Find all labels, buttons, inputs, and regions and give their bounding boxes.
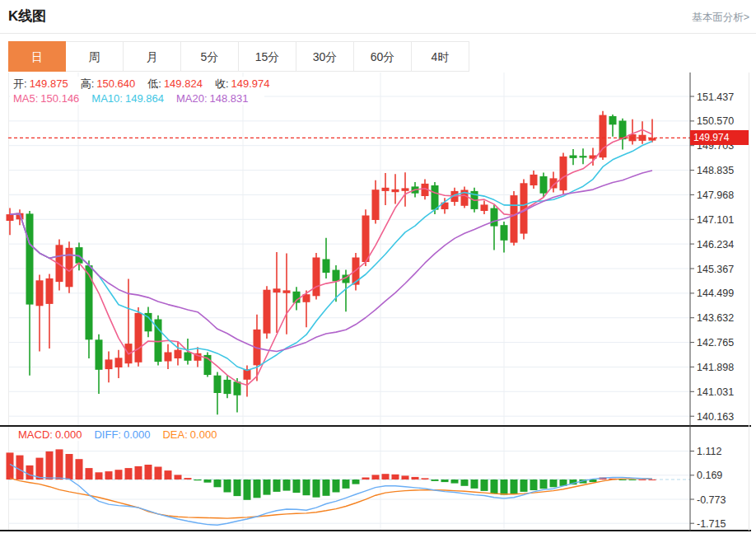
macd-hist-bar (76, 459, 83, 480)
axis-label: 147.101 (697, 214, 734, 226)
macd-hist-bar (214, 480, 222, 487)
macd-hist-bar (550, 480, 558, 487)
candle-body (224, 380, 231, 394)
macd-hist-bar (184, 478, 192, 480)
macd-hist-bar (530, 480, 538, 490)
info-value: 0.000 (55, 428, 82, 441)
candle-body (402, 188, 409, 190)
candle-body (392, 189, 399, 192)
axis-label: 146.234 (697, 239, 734, 250)
info-value: 150.146 (40, 92, 79, 105)
axis-label: 151.437 (697, 91, 734, 103)
page-title: K线图 (8, 7, 46, 26)
macd-hist-bar (56, 449, 63, 480)
tab-0[interactable]: 日 (8, 41, 66, 72)
macd-hist-bar (333, 480, 340, 493)
axis-label: 1.112 (697, 446, 721, 457)
macd-hist-bar (313, 480, 320, 498)
macd-hist-bar (491, 480, 498, 494)
info-field: 开:149.875 (13, 77, 68, 90)
tab-5[interactable]: 30分 (296, 41, 354, 72)
tab-3[interactable]: 5分 (181, 41, 239, 72)
candle-body (580, 156, 587, 157)
candle-body (46, 278, 54, 304)
info-value: 149.974 (231, 77, 270, 90)
tab-1[interactable]: 周 (66, 41, 124, 72)
axis-label: -0.773 (697, 494, 726, 506)
candle-body (105, 359, 113, 369)
info-value: 0.000 (124, 428, 151, 441)
fundamental-analysis-link[interactable]: 基本面分析> (692, 11, 749, 25)
candle-body (135, 313, 142, 363)
macd-hist-bar (96, 472, 103, 480)
chart-canvas[interactable]: 151.437150.570149.703148.835147.968147.1… (0, 73, 756, 531)
macd-hist-bar (511, 480, 518, 494)
tab-2[interactable]: 月 (124, 41, 181, 72)
axis-label: 140.163 (697, 411, 734, 423)
axis-label: 147.968 (697, 189, 734, 201)
macd-hist-bar (273, 480, 281, 492)
candle-body (323, 260, 330, 274)
macd-hist-bar (194, 480, 202, 480)
axis-label: 0.169 (697, 470, 722, 481)
tab-6[interactable]: 60分 (354, 41, 412, 72)
candle-body (175, 350, 182, 358)
macd-hist-bar (402, 475, 409, 480)
info-label: 高: (81, 77, 95, 90)
macd-hist-bar (283, 480, 291, 491)
macd-hist-bar (461, 480, 469, 486)
candle-body (115, 358, 123, 367)
macd-hist-bar (165, 470, 172, 480)
macd-hist-bar (432, 480, 439, 481)
macd-hist-bar (382, 474, 390, 480)
candle-body (382, 188, 390, 191)
candle-body (66, 248, 73, 288)
macd-hist-bar (145, 465, 152, 480)
info-field: MACD:0.000 (18, 428, 82, 441)
macd-hist-bar (244, 480, 251, 500)
candle-body (481, 204, 488, 211)
macd-hist-bar (264, 480, 271, 495)
interval-tab-bar: 日周月5分15分30分60分4时 (8, 41, 469, 72)
macd-hist-bar (135, 466, 142, 480)
candle-body (530, 175, 538, 185)
candle-body (36, 280, 44, 306)
macd-hist-bar (155, 467, 162, 480)
info-field: DIFF:0.000 (94, 428, 150, 441)
macd-hist-bar (115, 470, 123, 480)
tab-4[interactable]: 15分 (239, 41, 296, 72)
axis-label: -1.715 (697, 518, 726, 530)
candle-body (184, 353, 192, 361)
macd-hist-bar (372, 475, 380, 480)
info-label: MA5: (13, 92, 38, 105)
macd-hist-bar (86, 468, 93, 480)
main-pane[interactable] (0, 73, 690, 426)
candle-body (214, 376, 222, 393)
macd-hist-bar (629, 480, 637, 480)
macd-hist-bar (293, 480, 301, 493)
info-field: 收:149.974 (215, 77, 270, 90)
candle-body (540, 176, 548, 194)
candle-body (7, 214, 14, 221)
info-field: MA5:150.146 (13, 92, 79, 105)
candle-body (609, 116, 617, 124)
macd-hist-bar (471, 480, 478, 489)
info-value: 148.831 (210, 92, 249, 105)
kline-chart-app: K线图 基本面分析> 日周月5分15分30分60分4时 开:149.875高:1… (0, 0, 756, 538)
macd-hist-bar (204, 480, 212, 483)
info-label: 收: (215, 77, 229, 90)
macd-pane[interactable] (0, 426, 690, 531)
macd-hist-bar (175, 475, 182, 480)
candle-body (501, 225, 508, 241)
tab-7[interactable]: 4时 (412, 41, 469, 72)
candle-body (234, 381, 241, 395)
candle-body (570, 156, 577, 158)
info-label: MACD: (18, 428, 53, 441)
header-divider (0, 33, 756, 34)
macd-hist-bar (392, 475, 399, 480)
macd-hist-bar (422, 478, 429, 480)
info-value: 149.864 (125, 92, 164, 105)
macd-hist-bar (639, 480, 646, 480)
info-label: DIFF: (94, 428, 121, 441)
macd-hist-bar (234, 480, 241, 496)
